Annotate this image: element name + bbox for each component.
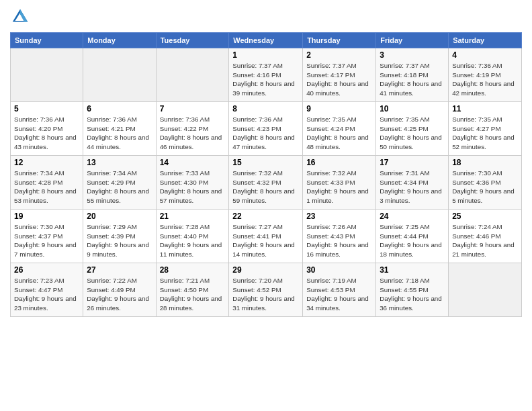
day-info: Sunrise: 7:25 AM Sunset: 4:44 PM Dayligh… — [380, 222, 445, 259]
calendar-cell: 5Sunrise: 7:36 AM Sunset: 4:20 PM Daylig… — [11, 102, 83, 156]
day-number: 14 — [160, 158, 226, 167]
day-number: 1 — [232, 50, 299, 60]
day-number: 18 — [452, 158, 518, 167]
day-of-week-header: Sunday — [11, 33, 83, 48]
day-number: 24 — [380, 212, 445, 221]
day-info: Sunrise: 7:33 AM Sunset: 4:30 PM Dayligh… — [160, 169, 226, 205]
day-info: Sunrise: 7:27 AM Sunset: 4:41 PM Dayligh… — [232, 222, 299, 259]
calendar-cell — [156, 48, 229, 102]
day-info: Sunrise: 7:20 AM Sunset: 4:52 PM Dayligh… — [232, 276, 299, 313]
day-info: Sunrise: 7:30 AM Sunset: 4:36 PM Dayligh… — [452, 169, 518, 205]
calendar-week-row: 19Sunrise: 7:30 AM Sunset: 4:37 PM Dayli… — [11, 210, 522, 263]
day-number: 22 — [232, 212, 299, 221]
calendar-cell: 18Sunrise: 7:30 AM Sunset: 4:36 PM Dayli… — [449, 156, 522, 210]
day-number: 5 — [14, 104, 79, 113]
day-of-week-header: Wednesday — [229, 33, 303, 48]
calendar-cell: 29Sunrise: 7:20 AM Sunset: 4:52 PM Dayli… — [229, 263, 303, 317]
calendar-cell: 22Sunrise: 7:27 AM Sunset: 4:41 PM Dayli… — [229, 210, 303, 263]
day-number: 12 — [14, 158, 79, 167]
day-info: Sunrise: 7:34 AM Sunset: 4:28 PM Dayligh… — [14, 169, 79, 205]
calendar-cell: 28Sunrise: 7:21 AM Sunset: 4:50 PM Dayli… — [156, 263, 229, 317]
day-number: 20 — [87, 212, 152, 221]
calendar-header: SundayMondayTuesdayWednesdayThursdayFrid… — [11, 33, 522, 48]
calendar-cell: 21Sunrise: 7:28 AM Sunset: 4:40 PM Dayli… — [156, 210, 229, 263]
calendar-cell: 14Sunrise: 7:33 AM Sunset: 4:30 PM Dayli… — [156, 156, 229, 210]
calendar-cell: 9Sunrise: 7:35 AM Sunset: 4:24 PM Daylig… — [303, 102, 376, 156]
calendar-cell: 26Sunrise: 7:23 AM Sunset: 4:47 PM Dayli… — [11, 263, 83, 317]
page-container: SundayMondayTuesdayWednesdayThursdayFrid… — [0, 0, 532, 411]
calendar-week-row: 12Sunrise: 7:34 AM Sunset: 4:28 PM Dayli… — [11, 156, 522, 210]
calendar-cell: 24Sunrise: 7:25 AM Sunset: 4:44 PM Dayli… — [376, 210, 449, 263]
day-info: Sunrise: 7:37 AM Sunset: 4:16 PM Dayligh… — [232, 61, 299, 98]
calendar-cell: 15Sunrise: 7:32 AM Sunset: 4:32 PM Dayli… — [229, 156, 303, 210]
day-info: Sunrise: 7:23 AM Sunset: 4:47 PM Dayligh… — [14, 276, 79, 313]
day-info: Sunrise: 7:36 AM Sunset: 4:19 PM Dayligh… — [452, 61, 518, 98]
day-info: Sunrise: 7:35 AM Sunset: 4:27 PM Dayligh… — [452, 115, 518, 152]
day-number: 6 — [87, 104, 152, 113]
calendar-cell: 17Sunrise: 7:31 AM Sunset: 4:34 PM Dayli… — [376, 156, 449, 210]
day-info: Sunrise: 7:36 AM Sunset: 4:22 PM Dayligh… — [160, 115, 226, 152]
day-info: Sunrise: 7:36 AM Sunset: 4:23 PM Dayligh… — [232, 115, 299, 152]
calendar-cell: 3Sunrise: 7:37 AM Sunset: 4:18 PM Daylig… — [376, 48, 449, 102]
day-number: 21 — [160, 212, 226, 221]
day-number: 29 — [232, 265, 299, 275]
calendar-cell: 2Sunrise: 7:37 AM Sunset: 4:17 PM Daylig… — [303, 48, 376, 102]
day-info: Sunrise: 7:37 AM Sunset: 4:17 PM Dayligh… — [306, 61, 372, 98]
calendar-cell — [11, 48, 83, 102]
page-header — [10, 7, 522, 27]
day-info: Sunrise: 7:21 AM Sunset: 4:50 PM Dayligh… — [160, 276, 226, 313]
calendar-cell: 20Sunrise: 7:29 AM Sunset: 4:39 PM Dayli… — [83, 210, 156, 263]
day-info: Sunrise: 7:26 AM Sunset: 4:43 PM Dayligh… — [306, 222, 372, 259]
calendar-cell: 23Sunrise: 7:26 AM Sunset: 4:43 PM Dayli… — [303, 210, 376, 263]
calendar-cell: 1Sunrise: 7:37 AM Sunset: 4:16 PM Daylig… — [229, 48, 303, 102]
day-info: Sunrise: 7:36 AM Sunset: 4:21 PM Dayligh… — [87, 115, 152, 152]
day-number: 4 — [452, 50, 518, 60]
calendar-cell: 8Sunrise: 7:36 AM Sunset: 4:23 PM Daylig… — [229, 102, 303, 156]
logo — [10, 7, 33, 27]
day-of-week-header: Tuesday — [156, 33, 229, 48]
day-info: Sunrise: 7:19 AM Sunset: 4:53 PM Dayligh… — [306, 276, 372, 313]
day-info: Sunrise: 7:32 AM Sunset: 4:33 PM Dayligh… — [306, 169, 372, 205]
day-number: 25 — [452, 212, 518, 221]
calendar-cell: 25Sunrise: 7:24 AM Sunset: 4:46 PM Dayli… — [449, 210, 522, 263]
day-number: 11 — [452, 104, 518, 113]
day-number: 31 — [380, 265, 445, 275]
calendar-cell: 10Sunrise: 7:35 AM Sunset: 4:25 PM Dayli… — [376, 102, 449, 156]
day-number: 28 — [160, 265, 226, 275]
day-number: 3 — [380, 50, 445, 60]
day-number: 27 — [87, 265, 152, 275]
day-number: 16 — [306, 158, 372, 167]
calendar-table: SundayMondayTuesdayWednesdayThursdayFrid… — [10, 32, 522, 317]
calendar-cell — [83, 48, 156, 102]
calendar-cell: 4Sunrise: 7:36 AM Sunset: 4:19 PM Daylig… — [449, 48, 522, 102]
day-number: 9 — [306, 104, 372, 113]
calendar-cell: 27Sunrise: 7:22 AM Sunset: 4:49 PM Dayli… — [83, 263, 156, 317]
calendar-cell: 13Sunrise: 7:34 AM Sunset: 4:29 PM Dayli… — [83, 156, 156, 210]
calendar-cell: 7Sunrise: 7:36 AM Sunset: 4:22 PM Daylig… — [156, 102, 229, 156]
day-of-week-header: Saturday — [449, 33, 522, 48]
day-info: Sunrise: 7:37 AM Sunset: 4:18 PM Dayligh… — [380, 61, 445, 98]
day-of-week-header: Monday — [83, 33, 156, 48]
header-row: SundayMondayTuesdayWednesdayThursdayFrid… — [11, 33, 522, 48]
day-number: 19 — [14, 212, 79, 221]
day-number: 2 — [306, 50, 372, 60]
calendar-cell: 12Sunrise: 7:34 AM Sunset: 4:28 PM Dayli… — [11, 156, 83, 210]
calendar-cell: 16Sunrise: 7:32 AM Sunset: 4:33 PM Dayli… — [303, 156, 376, 210]
day-number: 30 — [306, 265, 372, 275]
day-number: 23 — [306, 212, 372, 221]
calendar-cell: 31Sunrise: 7:18 AM Sunset: 4:55 PM Dayli… — [376, 263, 449, 317]
calendar-body: 1Sunrise: 7:37 AM Sunset: 4:16 PM Daylig… — [11, 48, 522, 317]
day-info: Sunrise: 7:28 AM Sunset: 4:40 PM Dayligh… — [160, 222, 226, 259]
day-info: Sunrise: 7:30 AM Sunset: 4:37 PM Dayligh… — [14, 222, 79, 259]
day-info: Sunrise: 7:29 AM Sunset: 4:39 PM Dayligh… — [87, 222, 152, 259]
calendar-cell: 6Sunrise: 7:36 AM Sunset: 4:21 PM Daylig… — [83, 102, 156, 156]
calendar-cell: 30Sunrise: 7:19 AM Sunset: 4:53 PM Dayli… — [303, 263, 376, 317]
calendar-week-row: 26Sunrise: 7:23 AM Sunset: 4:47 PM Dayli… — [11, 263, 522, 317]
day-info: Sunrise: 7:34 AM Sunset: 4:29 PM Dayligh… — [87, 169, 152, 205]
calendar-cell — [449, 263, 522, 317]
day-info: Sunrise: 7:31 AM Sunset: 4:34 PM Dayligh… — [380, 169, 445, 205]
day-number: 10 — [380, 104, 445, 113]
day-info: Sunrise: 7:32 AM Sunset: 4:32 PM Dayligh… — [232, 169, 299, 205]
day-info: Sunrise: 7:35 AM Sunset: 4:25 PM Dayligh… — [380, 115, 445, 152]
day-info: Sunrise: 7:18 AM Sunset: 4:55 PM Dayligh… — [380, 276, 445, 313]
